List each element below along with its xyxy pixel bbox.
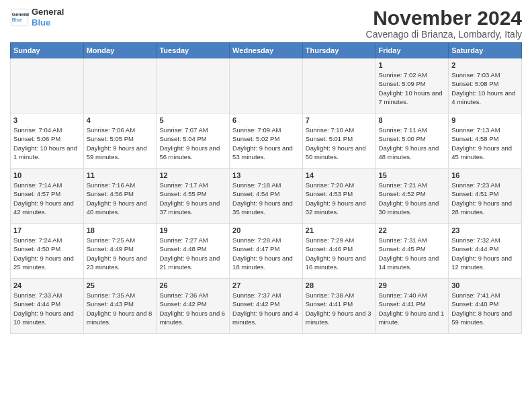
day-info: Sunrise: 7:40 AM Sunset: 4:41 PM Dayligh… — [379, 291, 446, 326]
day-number: 6 — [232, 116, 300, 124]
calendar-cell: 9Sunrise: 7:13 AM Sunset: 4:58 PM Daylig… — [449, 113, 522, 169]
day-number: 15 — [379, 171, 446, 179]
day-info: Sunrise: 7:10 AM Sunset: 5:01 PM Dayligh… — [306, 126, 373, 161]
calendar-cell: 1Sunrise: 7:02 AM Sunset: 5:09 PM Daylig… — [375, 58, 449, 113]
day-info: Sunrise: 7:33 AM Sunset: 4:44 PM Dayligh… — [13, 291, 81, 326]
calendar-cell: 19Sunrise: 7:27 AM Sunset: 4:48 PM Dayli… — [157, 224, 230, 279]
day-info: Sunrise: 7:09 AM Sunset: 5:02 PM Dayligh… — [232, 126, 300, 161]
calendar-week-row: 3Sunrise: 7:04 AM Sunset: 5:06 PM Daylig… — [11, 113, 522, 169]
day-info: Sunrise: 7:18 AM Sunset: 4:54 PM Dayligh… — [232, 181, 300, 216]
day-number: 16 — [451, 171, 519, 179]
day-number: 24 — [13, 281, 81, 289]
day-info: Sunrise: 7:02 AM Sunset: 5:09 PM Dayligh… — [379, 71, 446, 106]
day-info: Sunrise: 7:03 AM Sunset: 5:08 PM Dayligh… — [451, 71, 519, 106]
calendar-cell — [83, 58, 157, 113]
calendar-cell: 15Sunrise: 7:21 AM Sunset: 4:52 PM Dayli… — [375, 169, 449, 224]
logo-line1: General — [32, 7, 64, 17]
calendar-cell: 21Sunrise: 7:29 AM Sunset: 4:46 PM Dayli… — [302, 224, 375, 279]
calendar-table: SundayMondayTuesdayWednesdayThursdayFrid… — [10, 42, 522, 334]
day-info: Sunrise: 7:29 AM Sunset: 4:46 PM Dayligh… — [306, 236, 373, 271]
day-number: 30 — [451, 281, 519, 289]
col-header-tuesday: Tuesday — [157, 43, 230, 58]
logo-text: General Blue — [32, 7, 64, 28]
day-number: 13 — [232, 171, 300, 179]
calendar-cell: 3Sunrise: 7:04 AM Sunset: 5:06 PM Daylig… — [11, 113, 84, 169]
day-info: Sunrise: 7:07 AM Sunset: 5:04 PM Dayligh… — [159, 126, 226, 161]
day-info: Sunrise: 7:16 AM Sunset: 4:56 PM Dayligh… — [87, 181, 154, 216]
col-header-sunday: Sunday — [11, 43, 84, 58]
calendar-cell — [302, 58, 375, 113]
day-info: Sunrise: 7:06 AM Sunset: 5:05 PM Dayligh… — [87, 126, 154, 161]
col-header-wednesday: Wednesday — [230, 43, 303, 58]
calendar-cell: 26Sunrise: 7:36 AM Sunset: 4:42 PM Dayli… — [157, 279, 230, 334]
day-number: 18 — [87, 226, 154, 234]
calendar-week-row: 1Sunrise: 7:02 AM Sunset: 5:09 PM Daylig… — [11, 58, 522, 113]
day-number: 9 — [451, 116, 519, 124]
month-title: November 2024 — [366, 7, 522, 29]
calendar-cell: 23Sunrise: 7:32 AM Sunset: 4:44 PM Dayli… — [449, 224, 522, 279]
day-info: Sunrise: 7:31 AM Sunset: 4:45 PM Dayligh… — [379, 236, 446, 271]
calendar-cell: 22Sunrise: 7:31 AM Sunset: 4:45 PM Dayli… — [375, 224, 449, 279]
day-number: 12 — [159, 171, 226, 179]
day-number: 20 — [232, 226, 300, 234]
day-info: Sunrise: 7:37 AM Sunset: 4:42 PM Dayligh… — [232, 291, 300, 326]
calendar-week-row: 17Sunrise: 7:24 AM Sunset: 4:50 PM Dayli… — [11, 224, 522, 279]
day-number: 2 — [451, 61, 519, 69]
logo: General Blue General Blue — [10, 7, 64, 28]
calendar-cell: 25Sunrise: 7:35 AM Sunset: 4:43 PM Dayli… — [83, 279, 157, 334]
day-number: 26 — [159, 281, 226, 289]
calendar-cell: 12Sunrise: 7:17 AM Sunset: 4:55 PM Dayli… — [157, 169, 230, 224]
calendar-week-row: 10Sunrise: 7:14 AM Sunset: 4:57 PM Dayli… — [11, 169, 522, 224]
calendar-cell — [11, 58, 84, 113]
calendar-cell: 7Sunrise: 7:10 AM Sunset: 5:01 PM Daylig… — [302, 113, 375, 169]
col-header-monday: Monday — [83, 43, 157, 58]
logo-icon: General Blue — [10, 8, 29, 27]
calendar-cell: 10Sunrise: 7:14 AM Sunset: 4:57 PM Dayli… — [11, 169, 84, 224]
day-info: Sunrise: 7:13 AM Sunset: 4:58 PM Dayligh… — [451, 126, 519, 161]
calendar-cell: 4Sunrise: 7:06 AM Sunset: 5:05 PM Daylig… — [83, 113, 157, 169]
day-info: Sunrise: 7:27 AM Sunset: 4:48 PM Dayligh… — [159, 236, 226, 271]
calendar-cell: 20Sunrise: 7:28 AM Sunset: 4:47 PM Dayli… — [230, 224, 303, 279]
day-info: Sunrise: 7:36 AM Sunset: 4:42 PM Dayligh… — [159, 291, 226, 326]
calendar-cell: 6Sunrise: 7:09 AM Sunset: 5:02 PM Daylig… — [230, 113, 303, 169]
day-info: Sunrise: 7:11 AM Sunset: 5:00 PM Dayligh… — [379, 126, 446, 161]
calendar-cell: 17Sunrise: 7:24 AM Sunset: 4:50 PM Dayli… — [11, 224, 84, 279]
day-number: 29 — [379, 281, 446, 289]
title-block: November 2024 Cavenago di Brianza, Lomba… — [366, 7, 522, 40]
svg-text:Blue: Blue — [12, 17, 22, 22]
day-info: Sunrise: 7:24 AM Sunset: 4:50 PM Dayligh… — [13, 236, 81, 271]
day-number: 28 — [306, 281, 373, 289]
day-number: 10 — [13, 171, 81, 179]
calendar-cell: 13Sunrise: 7:18 AM Sunset: 4:54 PM Dayli… — [230, 169, 303, 224]
day-number: 4 — [87, 116, 154, 124]
calendar-cell: 16Sunrise: 7:23 AM Sunset: 4:51 PM Dayli… — [449, 169, 522, 224]
day-number: 23 — [451, 226, 519, 234]
calendar-cell: 2Sunrise: 7:03 AM Sunset: 5:08 PM Daylig… — [449, 58, 522, 113]
day-info: Sunrise: 7:32 AM Sunset: 4:44 PM Dayligh… — [451, 236, 519, 271]
calendar-cell: 5Sunrise: 7:07 AM Sunset: 5:04 PM Daylig… — [157, 113, 230, 169]
day-number: 11 — [87, 171, 154, 179]
calendar-cell: 29Sunrise: 7:40 AM Sunset: 4:41 PM Dayli… — [375, 279, 449, 334]
day-info: Sunrise: 7:28 AM Sunset: 4:47 PM Dayligh… — [232, 236, 300, 271]
day-number: 27 — [232, 281, 300, 289]
page-container: General Blue General Blue November 2024 … — [0, 0, 532, 340]
logo-line2: Blue — [32, 17, 64, 28]
day-info: Sunrise: 7:04 AM Sunset: 5:06 PM Dayligh… — [13, 126, 81, 161]
day-info: Sunrise: 7:38 AM Sunset: 4:41 PM Dayligh… — [306, 291, 373, 326]
day-number: 3 — [13, 116, 81, 124]
calendar-week-row: 24Sunrise: 7:33 AM Sunset: 4:44 PM Dayli… — [11, 279, 522, 334]
day-number: 5 — [159, 116, 226, 124]
day-number: 8 — [379, 116, 446, 124]
col-header-friday: Friday — [375, 43, 449, 58]
col-header-thursday: Thursday — [302, 43, 375, 58]
location-subtitle: Cavenago di Brianza, Lombardy, Italy — [366, 29, 522, 40]
calendar-cell: 18Sunrise: 7:25 AM Sunset: 4:49 PM Dayli… — [83, 224, 157, 279]
day-info: Sunrise: 7:35 AM Sunset: 4:43 PM Dayligh… — [87, 291, 154, 326]
calendar-cell — [230, 58, 303, 113]
calendar-cell: 30Sunrise: 7:41 AM Sunset: 4:40 PM Dayli… — [449, 279, 522, 334]
day-number: 17 — [13, 226, 81, 234]
calendar-cell: 8Sunrise: 7:11 AM Sunset: 5:00 PM Daylig… — [375, 113, 449, 169]
calendar-cell: 27Sunrise: 7:37 AM Sunset: 4:42 PM Dayli… — [230, 279, 303, 334]
day-info: Sunrise: 7:20 AM Sunset: 4:53 PM Dayligh… — [306, 181, 373, 216]
day-number: 22 — [379, 226, 446, 234]
